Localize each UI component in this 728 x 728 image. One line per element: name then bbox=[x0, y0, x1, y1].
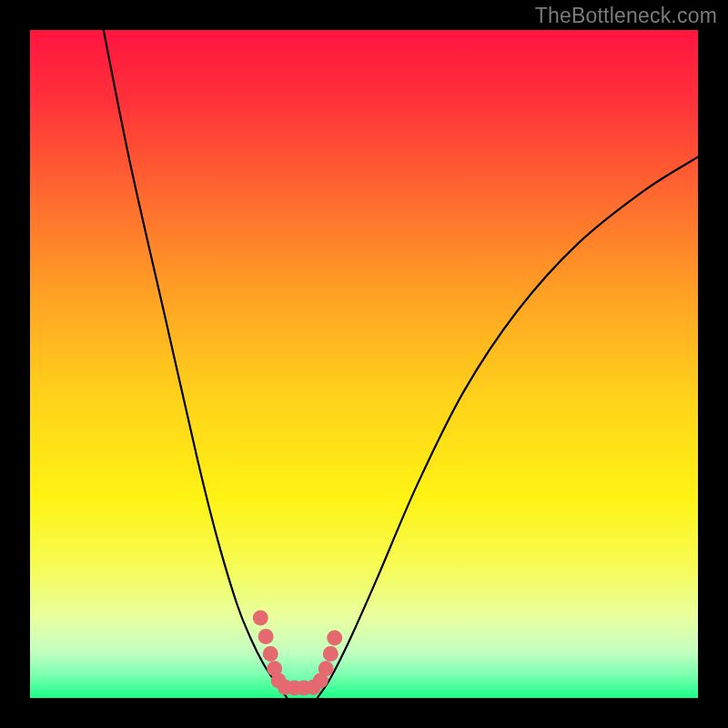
highlight-dot bbox=[318, 661, 334, 676]
watermark-text: TheBottleneck.com bbox=[535, 4, 717, 28]
highlight-dot bbox=[258, 629, 274, 644]
highlight-dot bbox=[253, 610, 268, 625]
highlight-dots-layer bbox=[30, 30, 698, 698]
highlight-dot bbox=[323, 646, 339, 662]
highlight-dot bbox=[263, 646, 278, 662]
chart-frame: TheBottleneck.com bbox=[0, 0, 728, 728]
highlight-dot bbox=[327, 630, 342, 645]
pink-dots bbox=[253, 610, 342, 695]
plot-area bbox=[30, 30, 698, 698]
